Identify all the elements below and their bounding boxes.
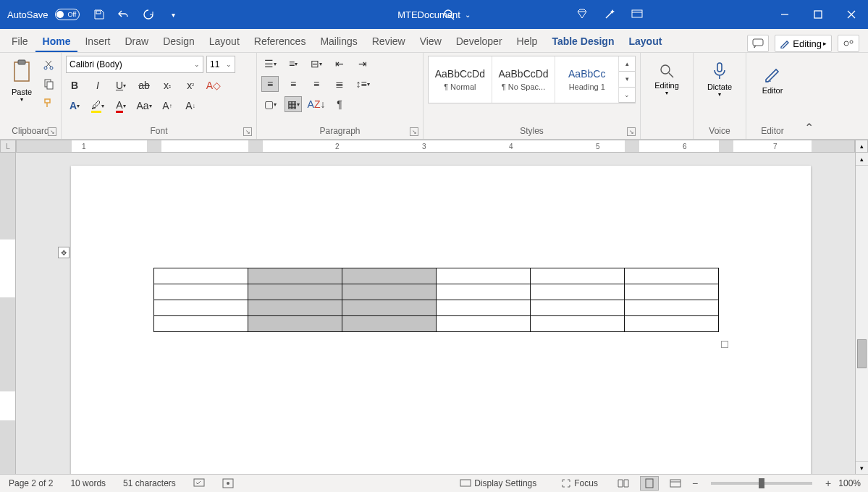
clear-formatting-button[interactable]: A◇ bbox=[205, 77, 222, 93]
sort-button[interactable]: AZ↓ bbox=[308, 96, 325, 112]
qat-customize-icon[interactable]: ▾ bbox=[162, 4, 184, 25]
tab-references[interactable]: References bbox=[247, 31, 313, 52]
decrease-indent-button[interactable]: ⇤ bbox=[331, 56, 348, 72]
numbering-button[interactable]: ≡▾ bbox=[285, 56, 302, 72]
document-canvas[interactable]: ✥ bbox=[16, 153, 855, 474]
multilevel-list-button[interactable]: ⊟▾ bbox=[308, 56, 325, 72]
search-button[interactable] bbox=[438, 4, 460, 25]
tab-table-design[interactable]: Table Design bbox=[544, 31, 621, 52]
font-size-combo[interactable]: 11⌄ bbox=[206, 56, 235, 73]
autosave-toggle[interactable]: Off bbox=[55, 9, 80, 20]
editing-mode-button[interactable]: Editing ▸ bbox=[775, 35, 832, 52]
font-color-button[interactable]: A▾ bbox=[112, 98, 130, 114]
tab-developer[interactable]: Developer bbox=[449, 31, 510, 52]
tab-design[interactable]: Design bbox=[156, 31, 202, 52]
paste-button[interactable]: Paste ▾ bbox=[4, 56, 39, 103]
redo-button[interactable] bbox=[138, 4, 159, 25]
document-table[interactable] bbox=[153, 268, 719, 332]
shrink-font-button[interactable]: A↓ bbox=[182, 98, 199, 114]
read-mode-button[interactable] bbox=[614, 476, 633, 491]
dictate-button[interactable]: Dictate▾ bbox=[698, 56, 741, 103]
scroll-down-button[interactable]: ▾ bbox=[856, 461, 868, 474]
increase-indent-button[interactable]: ⇥ bbox=[354, 56, 371, 72]
zoom-in-button[interactable]: + bbox=[825, 478, 831, 489]
vertical-ruler[interactable] bbox=[0, 153, 16, 474]
highlight-button[interactable]: 🖊▾ bbox=[89, 98, 106, 114]
justify-button[interactable]: ≣ bbox=[331, 76, 348, 92]
style-normal[interactable]: AaBbCcDd¶ Normal bbox=[429, 56, 492, 103]
tab-table-layout[interactable]: Layout bbox=[621, 31, 669, 52]
text-effects-button[interactable]: A▾ bbox=[66, 98, 83, 114]
scroll-up-corner[interactable]: ▴ bbox=[855, 140, 868, 153]
editing-button[interactable]: Editing▾ bbox=[645, 56, 688, 103]
underline-button[interactable]: U▾ bbox=[112, 77, 130, 93]
display-settings-button[interactable]: Display Settings bbox=[451, 478, 545, 488]
tab-file[interactable]: File bbox=[4, 31, 35, 52]
align-right-button[interactable]: ≡ bbox=[308, 76, 325, 92]
styles-launcher[interactable]: ↘ bbox=[627, 127, 636, 136]
copy-button[interactable] bbox=[41, 76, 56, 92]
bold-button[interactable]: B bbox=[66, 77, 83, 93]
align-center-button[interactable]: ≡ bbox=[285, 76, 302, 92]
tab-draw[interactable]: Draw bbox=[117, 31, 156, 52]
ruler-corner[interactable]: L bbox=[0, 140, 16, 153]
table-move-handle[interactable]: ✥ bbox=[58, 247, 69, 258]
superscript-button[interactable]: x² bbox=[182, 77, 199, 93]
page[interactable]: ✥ bbox=[71, 166, 811, 474]
magic-wand-icon[interactable] bbox=[603, 8, 616, 21]
table-resize-handle[interactable] bbox=[721, 341, 728, 348]
print-layout-button[interactable] bbox=[640, 476, 659, 491]
tab-mailings[interactable]: Mailings bbox=[313, 31, 364, 52]
borders-button[interactable]: ▦▾ bbox=[285, 96, 302, 112]
tab-layout[interactable]: Layout bbox=[202, 31, 247, 52]
undo-button[interactable] bbox=[113, 4, 135, 25]
collapse-ribbon-button[interactable]: ⌃ bbox=[799, 53, 819, 139]
grow-font-button[interactable]: A↑ bbox=[159, 98, 176, 114]
status-chars[interactable]: 51 characters bbox=[114, 478, 185, 488]
focus-mode-button[interactable]: Focus bbox=[552, 478, 607, 488]
style-heading1[interactable]: AaBbCcHeading 1 bbox=[555, 56, 619, 103]
styles-scroll-up[interactable]: ▴ bbox=[619, 56, 635, 72]
show-marks-button[interactable]: ¶ bbox=[331, 96, 348, 112]
scroll-thumb[interactable] bbox=[857, 339, 867, 368]
tab-home[interactable]: Home bbox=[35, 31, 78, 52]
styles-gallery[interactable]: AaBbCcDd¶ Normal AaBbCcDd¶ No Spac... Aa… bbox=[428, 56, 636, 103]
styles-scroll-down[interactable]: ▾ bbox=[619, 72, 635, 87]
editor-button[interactable]: Editor bbox=[751, 56, 794, 103]
status-spelling-icon[interactable] bbox=[185, 478, 214, 488]
styles-expand[interactable]: ⌄ bbox=[619, 88, 635, 103]
tab-view[interactable]: View bbox=[413, 31, 449, 52]
tab-review[interactable]: Review bbox=[365, 31, 413, 52]
style-no-spacing[interactable]: AaBbCcDd¶ No Spac... bbox=[492, 56, 556, 103]
horizontal-ruler[interactable]: 1 2 3 4 5 6 7 bbox=[16, 140, 855, 153]
web-layout-button[interactable] bbox=[666, 476, 685, 491]
status-macro-icon[interactable] bbox=[214, 478, 243, 488]
zoom-slider[interactable] bbox=[711, 482, 812, 485]
comments-button[interactable] bbox=[747, 35, 769, 52]
format-painter-button[interactable] bbox=[41, 95, 56, 111]
clipboard-launcher[interactable]: ↘ bbox=[48, 127, 56, 136]
paragraph-launcher[interactable]: ↘ bbox=[410, 127, 418, 136]
zoom-out-button[interactable]: − bbox=[692, 478, 698, 489]
status-page[interactable]: Page 2 of 2 bbox=[0, 478, 62, 488]
shading-button[interactable]: ▢▾ bbox=[261, 96, 279, 112]
italic-button[interactable]: I bbox=[89, 77, 106, 93]
strikethrough-button[interactable]: ab bbox=[135, 77, 153, 93]
change-case-button[interactable]: Aa▾ bbox=[135, 98, 153, 114]
font-family-combo[interactable]: Calibri (Body)⌄ bbox=[66, 56, 203, 73]
tab-help[interactable]: Help bbox=[510, 31, 545, 52]
ribbon-display-icon[interactable] bbox=[631, 8, 644, 21]
diamond-icon[interactable] bbox=[576, 8, 589, 21]
cut-button[interactable] bbox=[41, 57, 56, 73]
bullets-button[interactable]: ☰▾ bbox=[261, 56, 279, 72]
minimize-button[interactable] bbox=[768, 0, 801, 29]
close-button[interactable] bbox=[835, 0, 868, 29]
maximize-button[interactable] bbox=[801, 0, 835, 29]
tab-insert[interactable]: Insert bbox=[77, 31, 117, 52]
save-icon[interactable] bbox=[88, 4, 110, 25]
subscript-button[interactable]: x₂ bbox=[159, 77, 176, 93]
align-left-button[interactable]: ≡ bbox=[261, 76, 279, 92]
vertical-scrollbar[interactable]: ▴ ▾ bbox=[855, 153, 868, 474]
status-words[interactable]: 10 words bbox=[62, 478, 114, 488]
zoom-level[interactable]: 100% bbox=[838, 478, 861, 488]
